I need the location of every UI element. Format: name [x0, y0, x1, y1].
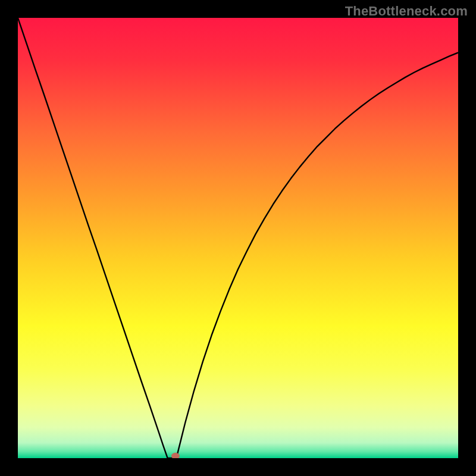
watermark-text: TheBottleneck.com	[345, 4, 468, 19]
chart-frame: TheBottleneck.com	[0, 0, 476, 476]
bottleneck-chart	[18, 18, 458, 458]
chart-background	[18, 18, 458, 458]
